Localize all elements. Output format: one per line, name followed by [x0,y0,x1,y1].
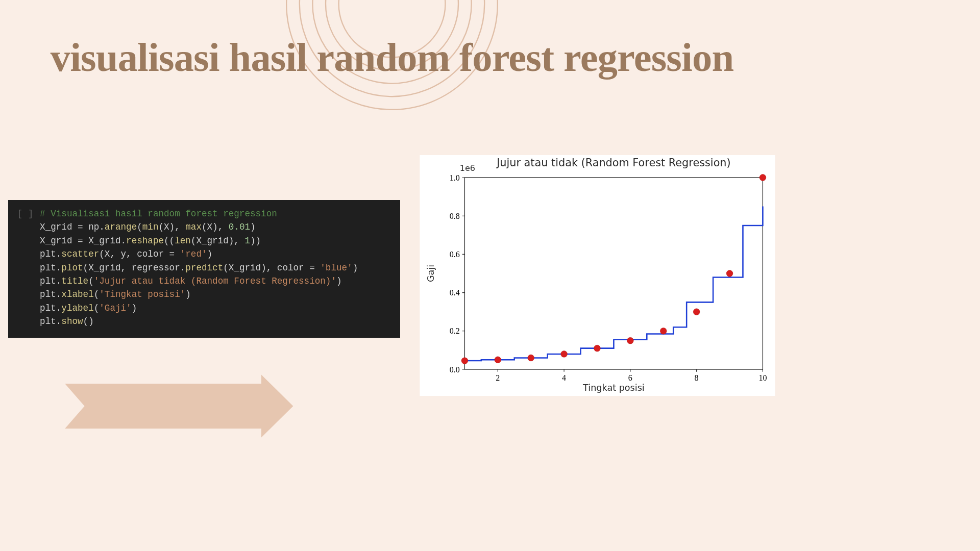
svg-point-32 [627,337,633,344]
svg-point-29 [528,355,534,361]
svg-text:1.0: 1.0 [450,173,460,182]
svg-point-34 [693,309,700,315]
svg-point-28 [495,357,501,363]
svg-point-33 [660,328,667,334]
svg-point-35 [726,270,733,277]
svg-text:2: 2 [496,373,500,382]
svg-text:Jujur atau tidak (Random Fores: Jujur atau tidak (Random Forest Regressi… [496,157,731,169]
svg-point-31 [594,345,601,352]
svg-text:6: 6 [628,373,632,382]
page-title: visualisasi hasil random forest regressi… [45,37,739,79]
svg-text:0.2: 0.2 [450,327,460,335]
svg-text:4: 4 [562,373,566,382]
code-cell: [ ] # Visualisasi hasil random forest re… [8,200,400,338]
svg-text:0.4: 0.4 [450,288,460,297]
cell-run-marker: [ ] [17,207,40,329]
code-content: # Visualisasi hasil random forest regres… [40,207,391,329]
svg-point-30 [561,351,568,358]
arrow-decoration [65,384,294,429]
chart-output: 0.00.20.40.60.81.02468101e6Jujur atau ti… [420,155,775,396]
svg-text:0.8: 0.8 [450,212,460,220]
svg-text:10: 10 [758,373,767,382]
svg-text:0.0: 0.0 [450,365,460,374]
svg-text:Gaji: Gaji [426,265,436,282]
svg-point-27 [461,358,468,364]
svg-text:0.6: 0.6 [450,250,460,259]
svg-point-36 [760,174,766,181]
svg-text:1e6: 1e6 [460,163,475,173]
svg-text:Tingkat posisi: Tingkat posisi [582,383,645,393]
svg-text:8: 8 [695,373,699,382]
